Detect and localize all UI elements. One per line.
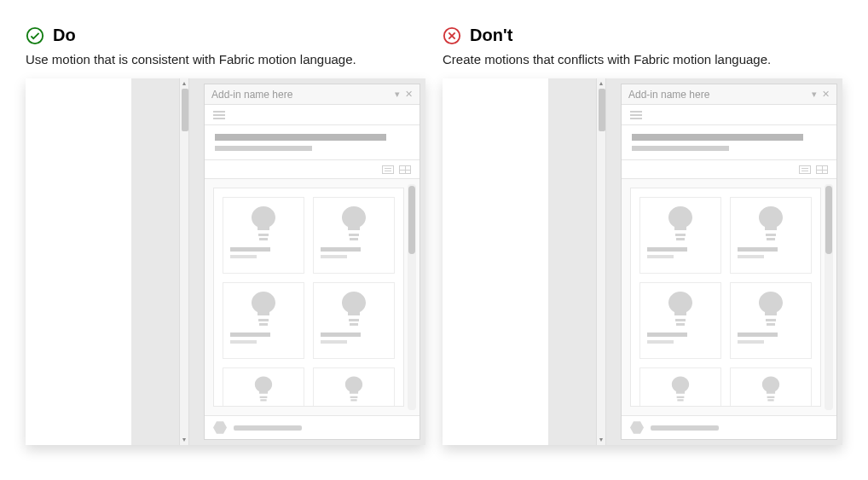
addin-pane: Add-in name here ▾ ✕ (621, 84, 837, 440)
view-toggle-bar (622, 160, 836, 179)
placeholder-line (230, 333, 270, 337)
do-mock-window: ▴ ▾ Add-in name here ▾ ✕ (26, 78, 425, 445)
dont-description: Create motions that conflicts with Fabri… (443, 52, 842, 67)
grid-view-icon[interactable] (816, 165, 828, 174)
placeholder-line (234, 425, 302, 431)
pane-menu-icon[interactable]: ▾ (395, 89, 400, 100)
placeholder-line (647, 333, 687, 337)
pane-close-icon[interactable]: ✕ (822, 89, 830, 100)
svg-point-0 (27, 27, 43, 43)
pane-scroll-thumb[interactable] (825, 186, 832, 254)
addin-pane: Add-in name here ▾ ✕ (204, 84, 420, 440)
hamburger-icon[interactable] (213, 111, 225, 119)
pane-footer (205, 415, 420, 439)
placeholder-line (230, 247, 270, 252)
pane-scrollbar[interactable] (825, 184, 833, 410)
do-description: Use motion that is consistent with Fabri… (26, 52, 425, 67)
placeholder-line (647, 255, 674, 258)
bulb-icon (248, 290, 279, 327)
gallery-card[interactable] (223, 197, 304, 274)
gallery-card[interactable] (639, 282, 721, 359)
placeholder-line (321, 247, 361, 252)
gallery-card[interactable] (639, 197, 721, 274)
gallery-card[interactable] (639, 367, 721, 407)
gallery-card[interactable] (223, 282, 304, 359)
bulb-icon (251, 375, 276, 402)
bulb-icon (665, 205, 696, 242)
pane-close-icon[interactable]: ✕ (405, 89, 413, 100)
placeholder-line (738, 333, 778, 337)
pane-title: Add-in name here (211, 89, 292, 101)
pane-command-bar (205, 105, 420, 125)
bulb-icon (758, 375, 784, 402)
scroll-thumb[interactable] (182, 89, 188, 131)
gallery-card[interactable] (313, 282, 395, 359)
brand-hex-icon (630, 421, 644, 435)
bulb-icon (339, 290, 369, 327)
scroll-down-icon[interactable]: ▾ (597, 435, 605, 445)
pane-command-bar (622, 105, 836, 125)
scroll-thumb[interactable] (599, 89, 605, 131)
brand-hex-icon (213, 421, 227, 435)
scroll-down-icon[interactable]: ▾ (180, 435, 188, 445)
gallery-card[interactable] (730, 282, 812, 359)
dont-mock-window: ▴ ▾ Add-in name here ▾ ✕ (443, 78, 842, 445)
placeholder-line (647, 247, 687, 252)
pane-menu-icon[interactable]: ▾ (812, 89, 817, 100)
placeholder-line (215, 146, 312, 151)
grid-view-icon[interactable] (399, 165, 411, 174)
view-toggle-bar (205, 160, 420, 179)
list-view-icon[interactable] (382, 165, 394, 174)
bulb-icon (668, 375, 693, 402)
pane-description-block (205, 125, 420, 160)
placeholder-line (647, 340, 674, 344)
pane-header: Add-in name here ▾ ✕ (622, 84, 836, 105)
placeholder-line (230, 340, 257, 344)
pane-header: Add-in name here ▾ ✕ (205, 84, 420, 105)
check-circle-icon (26, 26, 44, 45)
document-scrollbar[interactable]: ▴ ▾ (179, 78, 189, 445)
placeholder-line (738, 247, 778, 252)
document-scrollbar[interactable]: ▴ ▾ (596, 78, 606, 445)
do-column: Do Use motion that is consistent with Fa… (26, 26, 425, 445)
placeholder-line (230, 255, 257, 258)
placeholder-line (215, 134, 386, 141)
placeholder-line (321, 340, 347, 344)
pane-scrollbar[interactable] (408, 184, 416, 410)
gallery-card[interactable] (730, 367, 812, 407)
placeholder-line (321, 255, 347, 258)
list-view-icon[interactable] (799, 165, 811, 174)
scroll-up-icon[interactable]: ▴ (180, 78, 188, 89)
document-area (26, 78, 131, 445)
pane-scroll-thumb[interactable] (408, 186, 415, 254)
pane-description-block (622, 125, 836, 160)
pane-title: Add-in name here (628, 89, 709, 101)
placeholder-line (738, 255, 764, 258)
gallery-card[interactable] (313, 367, 395, 407)
do-title: Do (53, 26, 76, 45)
placeholder-line (632, 134, 803, 141)
bulb-icon (339, 205, 369, 242)
hamburger-icon[interactable] (630, 111, 642, 119)
placeholder-line (738, 340, 764, 344)
pane-body (622, 179, 836, 415)
placeholder-line (651, 425, 719, 431)
pane-footer (622, 415, 836, 439)
bulb-icon (755, 290, 786, 327)
gallery-card[interactable] (223, 367, 304, 407)
gallery-card[interactable] (730, 197, 812, 274)
document-area (443, 78, 548, 445)
placeholder-line (321, 333, 361, 337)
dont-title: Don't (470, 26, 512, 45)
pane-body (205, 179, 420, 415)
dont-column: Don't Create motions that conflicts with… (443, 26, 842, 445)
bulb-icon (755, 205, 786, 242)
bulb-icon (341, 375, 367, 402)
bulb-icon (248, 205, 279, 242)
scroll-up-icon[interactable]: ▴ (597, 78, 605, 89)
bulb-icon (665, 290, 696, 327)
gallery-card[interactable] (313, 197, 395, 274)
x-circle-icon (443, 26, 461, 45)
placeholder-line (632, 146, 729, 151)
